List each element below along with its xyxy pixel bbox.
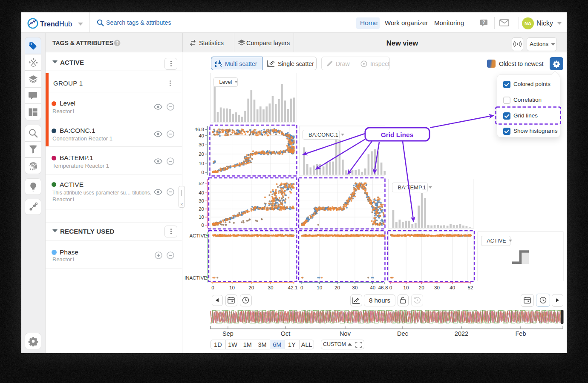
svg-text:40: 40 <box>370 285 376 291</box>
svg-text:10: 10 <box>199 214 204 220</box>
svg-text:46.8: 46.8 <box>378 285 388 291</box>
svg-text:0: 0 <box>300 285 303 291</box>
svg-text:?: ? <box>482 20 485 25</box>
svg-text:20: 20 <box>199 206 204 212</box>
svg-text:0: 0 <box>389 285 392 291</box>
svg-text:30: 30 <box>199 142 204 147</box>
svg-text:52: 52 <box>199 181 204 186</box>
svg-text:30: 30 <box>352 285 358 291</box>
svg-text:10: 10 <box>199 161 204 166</box>
svg-text:30: 30 <box>199 198 204 203</box>
svg-text:10: 10 <box>317 285 323 291</box>
svg-text:?: ? <box>116 40 119 46</box>
svg-text:10: 10 <box>404 285 409 291</box>
svg-text:40: 40 <box>199 133 204 138</box>
svg-text:Feb: Feb <box>516 330 526 337</box>
svg-text:52: 52 <box>467 285 473 291</box>
svg-text:2022: 2022 <box>455 330 468 337</box>
svg-text:40: 40 <box>199 190 204 195</box>
svg-text:ACTIVE: ACTIVE <box>189 233 207 238</box>
svg-text:40: 40 <box>450 285 455 291</box>
svg-text:Oct: Oct <box>281 330 291 337</box>
svg-text:INACTIVE: INACTIVE <box>184 275 207 280</box>
svg-text:Sep: Sep <box>222 330 233 337</box>
svg-text:0: 0 <box>202 223 204 228</box>
svg-text:30: 30 <box>434 285 440 291</box>
svg-text:20: 20 <box>334 285 340 291</box>
svg-text:42.1: 42.1 <box>288 285 298 291</box>
svg-text:20: 20 <box>248 285 254 291</box>
svg-text:0: 0 <box>211 285 214 291</box>
svg-text:20: 20 <box>419 285 425 291</box>
svg-text:Nov: Nov <box>340 330 351 337</box>
svg-text:46.8: 46.8 <box>195 127 204 132</box>
svg-text:20: 20 <box>199 151 204 157</box>
svg-text:Dec: Dec <box>397 330 408 337</box>
svg-text:30: 30 <box>268 285 274 291</box>
svg-text:10: 10 <box>229 285 235 291</box>
svg-text:0: 0 <box>202 170 204 175</box>
